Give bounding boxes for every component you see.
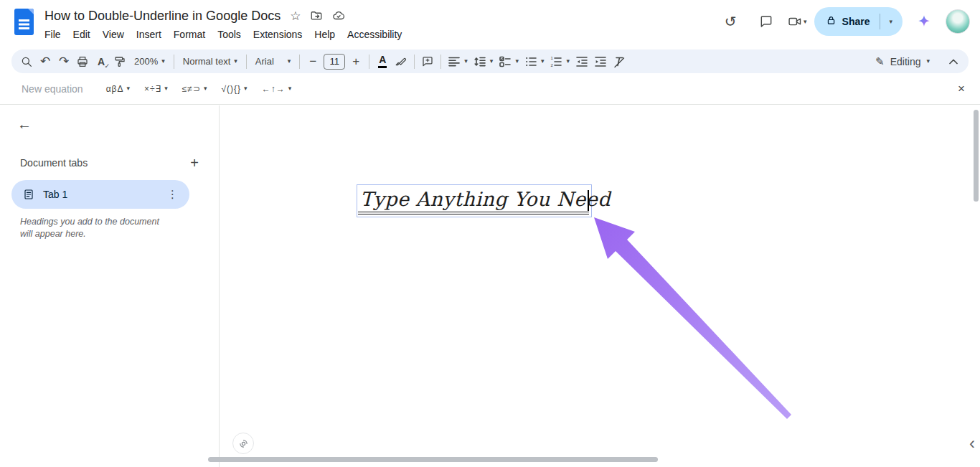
gemini-button[interactable] bbox=[910, 7, 938, 36]
zoom-select[interactable]: 200% ▾ bbox=[129, 52, 170, 71]
arrows-icon: ←↑→ bbox=[262, 84, 286, 94]
meet-button[interactable]: ▾ bbox=[788, 14, 807, 29]
paint-roller-icon bbox=[113, 55, 126, 68]
spellcheck-button[interactable]: A✓ bbox=[92, 52, 110, 71]
equation-greek-letters-menu[interactable]: αβΔ ▾ bbox=[103, 82, 133, 95]
menu-format[interactable]: Format bbox=[174, 28, 205, 41]
toolbar-divider bbox=[369, 55, 369, 69]
star-icon[interactable]: ☆ bbox=[290, 10, 301, 22]
close-equation-bar-button[interactable]: × bbox=[953, 80, 970, 98]
align-select[interactable]: ▾ bbox=[445, 52, 471, 71]
tab-document-icon bbox=[23, 189, 34, 200]
search-menus-button[interactable] bbox=[17, 52, 36, 71]
chevron-down-icon: ▾ bbox=[126, 85, 130, 92]
share-button[interactable]: Share ▾ bbox=[814, 7, 903, 36]
menu-insert[interactable]: Insert bbox=[136, 28, 161, 41]
menu-bar: File Edit View Insert Format Tools Exten… bbox=[44, 28, 402, 41]
menu-accessibility[interactable]: Accessibility bbox=[347, 28, 402, 41]
redo-icon: ↷ bbox=[59, 55, 69, 67]
chevron-down-icon: ▾ bbox=[566, 58, 570, 65]
chevron-down-icon[interactable]: ▾ bbox=[804, 19, 807, 25]
increase-font-size-button[interactable]: + bbox=[347, 52, 365, 71]
avatar[interactable] bbox=[946, 9, 970, 34]
chevron-down-icon: ▾ bbox=[541, 58, 545, 65]
paint-format-button[interactable] bbox=[110, 52, 129, 71]
collapse-sidebar-button[interactable]: ← bbox=[14, 114, 34, 134]
document-heading-text[interactable]: Type Anything You Need bbox=[358, 185, 589, 214]
document-tabs-sidebar: ← Document tabs + Tab 1 ⋮ Headings you a… bbox=[0, 105, 220, 467]
increase-indent-icon bbox=[594, 55, 607, 68]
toolbar-divider bbox=[299, 55, 300, 69]
docs-logo-lines bbox=[19, 19, 29, 22]
menu-file[interactable]: File bbox=[44, 28, 61, 41]
menu-help[interactable]: Help bbox=[314, 28, 335, 41]
horizontal-scrollbar[interactable] bbox=[208, 457, 658, 462]
page-indicator-button[interactable] bbox=[232, 433, 254, 454]
align-left-icon bbox=[448, 55, 461, 68]
mode-select[interactable]: ✎ Editing ▾ bbox=[868, 52, 937, 72]
selected-text-box[interactable]: Type Anything You Need bbox=[357, 184, 592, 217]
chevron-down-icon: ▾ bbox=[288, 58, 291, 65]
print-button[interactable] bbox=[73, 52, 92, 71]
share-dropdown-icon[interactable]: ▾ bbox=[887, 19, 898, 25]
decrease-indent-button[interactable] bbox=[573, 52, 591, 71]
equation-relations-menu[interactable]: ≤≠⊃ ▾ bbox=[179, 82, 210, 95]
math-operations-icon: √(){} bbox=[222, 84, 242, 94]
menu-view[interactable]: View bbox=[103, 28, 124, 41]
highlighter-icon bbox=[395, 55, 407, 68]
line-spacing-icon bbox=[473, 55, 486, 68]
document-title[interactable]: How to Double-Underline in Google Docs bbox=[44, 9, 281, 24]
decrease-indent-icon bbox=[575, 55, 588, 68]
equation-math-operations-menu[interactable]: √(){} ▾ bbox=[219, 82, 250, 95]
hide-menus-button[interactable] bbox=[944, 52, 963, 71]
clear-formatting-icon bbox=[613, 55, 626, 68]
add-tab-button[interactable]: + bbox=[186, 154, 203, 171]
annotation-arrow bbox=[220, 105, 980, 467]
tab-options-icon[interactable]: ⋮ bbox=[164, 188, 181, 201]
checklist-select[interactable]: ▾ bbox=[496, 52, 522, 71]
back-arrow-icon: ← bbox=[17, 116, 32, 133]
docs-logo[interactable] bbox=[14, 9, 34, 35]
text-color-button[interactable]: A bbox=[373, 52, 392, 71]
print-icon bbox=[76, 55, 89, 68]
cloud-status-icon[interactable] bbox=[332, 9, 345, 22]
undo-button[interactable]: ↶ bbox=[36, 52, 55, 71]
sidebar-item-tab1[interactable]: Tab 1 ⋮ bbox=[11, 180, 189, 209]
checklist-icon bbox=[499, 55, 512, 68]
chevron-down-icon: ▾ bbox=[464, 58, 468, 65]
move-folder-icon[interactable] bbox=[310, 9, 323, 22]
bulleted-list-select[interactable]: ▾ bbox=[522, 52, 547, 71]
menu-tools[interactable]: Tools bbox=[217, 28, 241, 41]
document-canvas[interactable]: Type Anything You Need bbox=[220, 105, 980, 467]
svg-text:1: 1 bbox=[551, 56, 554, 60]
decrease-font-size-button[interactable]: − bbox=[303, 52, 322, 71]
line-spacing-select[interactable]: ▾ bbox=[471, 52, 496, 71]
version-history-button[interactable]: ↺ bbox=[716, 7, 745, 36]
add-comment-button[interactable] bbox=[418, 52, 437, 71]
chevron-down-icon: ▾ bbox=[288, 85, 292, 92]
increase-indent-button[interactable] bbox=[591, 52, 610, 71]
headings-hint-text: Headings you add to the document will ap… bbox=[20, 216, 167, 240]
font-family-select[interactable]: Arial ▾ bbox=[250, 52, 296, 71]
videocam-icon bbox=[788, 14, 802, 29]
equation-misc-operations-menu[interactable]: ×÷∃ ▾ bbox=[141, 82, 171, 95]
new-equation-button[interactable]: New equation bbox=[22, 83, 83, 95]
equation-arrows-menu[interactable]: ←↑→ ▾ bbox=[259, 82, 295, 95]
numbered-list-select[interactable]: 12 ▾ bbox=[547, 52, 573, 71]
paragraph-style-select[interactable]: Normal text ▾ bbox=[178, 52, 242, 71]
redo-button[interactable]: ↷ bbox=[55, 52, 73, 71]
plus-icon: + bbox=[352, 55, 359, 67]
menu-edit[interactable]: Edit bbox=[73, 28, 90, 41]
highlight-color-button[interactable] bbox=[392, 52, 410, 71]
chevron-left-icon[interactable]: ‹ bbox=[969, 435, 975, 452]
chevron-down-icon: ▾ bbox=[926, 58, 930, 65]
chevron-down-icon: ▾ bbox=[164, 85, 168, 92]
font-size-input[interactable]: 11 bbox=[324, 54, 345, 70]
menu-extensions[interactable]: Extensions bbox=[253, 28, 302, 41]
spellcheck-icon: A✓ bbox=[98, 56, 105, 67]
clear-formatting-button[interactable] bbox=[610, 52, 628, 71]
greek-letters-icon: αβΔ bbox=[106, 84, 124, 94]
comments-button[interactable] bbox=[752, 7, 781, 36]
search-icon bbox=[20, 55, 33, 68]
vertical-scrollbar[interactable] bbox=[974, 110, 979, 202]
